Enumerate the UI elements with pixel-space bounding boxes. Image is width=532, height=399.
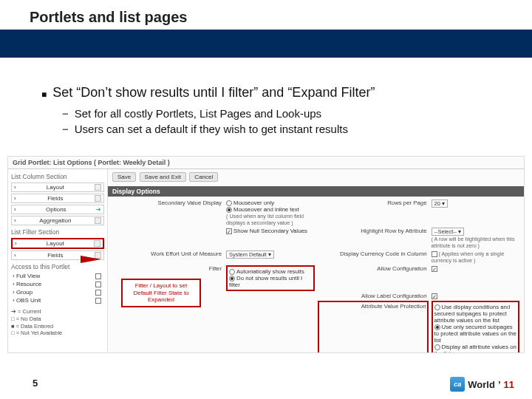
page-number: 5 [33, 378, 38, 389]
tick-text: ’ [498, 379, 501, 390]
work-effort-select[interactable]: System Default ▾ [226, 250, 274, 259]
grid-portlet-header: Grid Portlet: List Options ( Portlet: We… [8, 157, 524, 168]
attr-protection-label: Attribute Value Protection [318, 301, 429, 353]
world-text: World [468, 379, 495, 390]
checkbox-icon[interactable] [95, 290, 101, 296]
box-icon [95, 217, 101, 224]
checkbox-icon[interactable] [432, 266, 437, 272]
display-options-header: Display Options [108, 186, 524, 197]
radio-icon[interactable] [229, 276, 235, 282]
slide-title: Portlets and list pages [30, 9, 187, 26]
checkbox-icon[interactable] [95, 282, 101, 287]
bullet-sub2-text: Users can set a default if they wish to … [75, 123, 348, 135]
secondary-value-options: Mouseover only Mouseover and inline text… [226, 200, 315, 226]
cancel-button[interactable]: Cancel [189, 172, 218, 182]
allow-config-label: Allow Configuration [318, 265, 429, 291]
rows-per-page-label: Rows per Page [318, 200, 429, 226]
checkbox-icon[interactable] [95, 298, 101, 304]
square-bullet-icon: ■ [41, 85, 47, 104]
embedded-screenshot: Grid Portlet: List Options ( Portlet: We… [7, 156, 525, 353]
highlight-row-label: Highlight Row by Attribute [318, 228, 429, 249]
checkbox-icon[interactable] [432, 251, 437, 257]
filter-layout-callout: Filter / Layout to set Default Filter St… [121, 279, 201, 307]
checkbox-icon[interactable] [95, 273, 101, 279]
attr-protection-options: Use display conditions and secured subpa… [432, 301, 520, 353]
filter-options: Automatically show results Do not show r… [226, 265, 315, 291]
save-exit-button[interactable]: Save and Exit [140, 172, 186, 182]
radio-icon[interactable] [434, 344, 440, 350]
bullet-main-text: Set “Don’t show results until I filter” … [52, 85, 375, 104]
button-row: Save Save and Exit Cancel [108, 169, 524, 185]
sidebar-item-fields[interactable]: ›Fields [11, 194, 104, 203]
red-arrow-icon [81, 256, 101, 263]
section-list-filter: List Filter Section [11, 227, 104, 236]
dash-icon: − [62, 123, 69, 135]
bullet-sub1-text: Set for all costly Portlets, List Pages … [75, 107, 321, 120]
sidebar-item-layout[interactable]: ›Layout [11, 183, 104, 192]
access-resource[interactable]: › Resource [11, 281, 104, 287]
title-band [0, 30, 532, 58]
ca-logo-icon: ca [450, 377, 465, 392]
allow-label-config-label: Allow Label Configuration [318, 293, 429, 299]
highlight-row-select[interactable]: --Select-- ▾ [432, 228, 465, 236]
sidebar-item-options[interactable]: ›Options➔ [11, 205, 104, 214]
access-obs-unit[interactable]: › OBS Unit [11, 297, 104, 304]
rows-per-page-select[interactable]: 20 ▾ [432, 200, 448, 208]
bullet-main: ■ Set “Don’t show results until I filter… [41, 85, 514, 104]
radio-icon[interactable] [434, 304, 440, 310]
bullet-sub-2: − Users can set a default if they wish t… [62, 123, 514, 135]
bullet-sub-1: − Set for all costly Portlets, List Page… [62, 107, 514, 120]
sidebar-item-filter-layout[interactable]: ›Layout [11, 238, 104, 249]
year-text: 11 [504, 379, 514, 390]
sidebar-item-aggregation[interactable]: ›Aggregation [11, 216, 104, 225]
checkbox-icon[interactable] [226, 228, 232, 234]
radio-icon[interactable] [226, 200, 232, 206]
footer-logo: ca World ’ 11 [450, 377, 514, 392]
box-icon [95, 195, 101, 202]
box-icon [94, 240, 100, 247]
arrow-icon: ➔ [96, 206, 101, 213]
legend: ➔ = Current □ = No Data ■ = Data Entered… [11, 308, 104, 337]
radio-icon[interactable] [226, 207, 232, 213]
work-effort-label: Work Effort Unit of Measure [112, 250, 223, 264]
section-list-column: List Column Section [11, 171, 104, 181]
box-icon [95, 184, 101, 191]
radio-icon[interactable] [229, 269, 235, 275]
bullet-list: ■ Set “Don’t show results until I filter… [41, 85, 514, 135]
right-panel: Save Save and Exit Cancel Display Option… [108, 169, 524, 352]
access-full-view[interactable]: › Full View [11, 273, 104, 279]
display-currency-label: Display Currency Code in Column [318, 250, 429, 264]
checkbox-icon[interactable] [432, 293, 437, 299]
display-options-grid: Secondary Value Display Mouseover only M… [108, 197, 524, 353]
access-group[interactable]: › Group [11, 289, 104, 296]
radio-icon[interactable] [434, 324, 440, 330]
save-button[interactable]: Save [112, 172, 136, 182]
dash-icon: − [62, 107, 69, 120]
secondary-value-label: Secondary Value Display [112, 200, 223, 226]
